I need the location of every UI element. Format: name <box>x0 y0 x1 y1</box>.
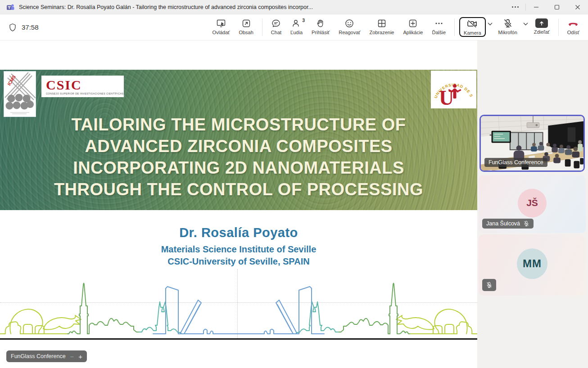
share-tray-icon <box>535 18 548 28</box>
slide-title: TAILORING THE MICROSTRUCTURE OF ADVANCED… <box>0 114 477 200</box>
more-actions-button[interactable]: Ďalšie <box>428 17 450 36</box>
chevron-down-icon <box>523 22 528 26</box>
people-count: 3 <box>302 18 305 23</box>
icms-logo: ICMS <box>4 71 36 117</box>
shared-screen-zoom-pill: FunGlass Conference − + <box>6 350 87 362</box>
us-logo-letter: U <box>439 86 454 108</box>
divider <box>262 19 262 36</box>
affiliation-line-1: Materials Science Institute of Seville <box>0 244 477 255</box>
chat-button[interactable]: Chat <box>267 17 285 36</box>
avatar: MM <box>517 248 547 279</box>
camera-button[interactable]: Kamera <box>459 17 486 37</box>
apps-plus-icon <box>408 18 418 28</box>
participant-name: Jana Šulcová <box>486 220 520 227</box>
people-button[interactable]: 3 Ľudia <box>286 17 307 36</box>
button-label: Zdieľať <box>534 29 550 35</box>
participant-initials: JŠ <box>526 197 538 208</box>
close-icon <box>575 4 580 10</box>
participant-initials: MM <box>523 257 542 270</box>
raise-hand-button[interactable]: Prihlásiť <box>308 17 334 36</box>
titlebar-more-button[interactable] <box>505 0 525 14</box>
button-label: Ľudia <box>290 30 303 35</box>
button-label: Obsah <box>239 30 253 35</box>
divider <box>454 19 455 36</box>
icms-logo-text: ICMS <box>6 74 17 86</box>
participant-name: FunGlass Conference <box>488 159 543 166</box>
slide-title-line: ADVANCED ZIRCONIA COMPOSITES <box>0 135 477 157</box>
share-button[interactable]: Zdieľať <box>530 17 554 36</box>
minimize-button[interactable] <box>526 0 547 14</box>
mic-muted-icon <box>523 220 529 227</box>
camera-options-button[interactable] <box>488 17 493 26</box>
csic-logo-text: CSIC <box>46 78 124 92</box>
raise-hand-icon <box>316 18 326 28</box>
participant-tile-mm[interactable]: MM <box>479 234 586 296</box>
divider <box>558 19 559 36</box>
shared-slide: ICMS <box>0 70 477 340</box>
content-button[interactable]: Obsah <box>235 17 257 36</box>
window-title: Science Seminars: Dr. Rosalía Poyato Gal… <box>19 4 313 10</box>
leave-call-icon <box>567 18 579 28</box>
meeting-timer: 37:58 <box>22 23 39 31</box>
slide-title-line: THROUGH THE CONTROL OF PROCESSING <box>0 179 477 200</box>
title-bar: Science Seminars: Dr. Rosalía Poyato Gal… <box>0 0 588 14</box>
screen-control-icon <box>216 18 226 28</box>
microphone-button[interactable]: Mikrofón <box>494 17 521 36</box>
button-label: Zobrazenie <box>369 30 394 35</box>
button-label: Mikrofón <box>498 30 517 35</box>
button-label: Ďalšie <box>432 30 446 35</box>
mic-off-icon <box>503 18 513 28</box>
button-label: Prihlásiť <box>312 30 330 35</box>
video-tile-name-badge: FunGlass Conference <box>484 158 547 167</box>
button-label: Odísť <box>567 30 579 35</box>
csic-logo-subtitle: CONSEJO SUPERIOR DE INVESTIGACIONES CIEN… <box>46 92 124 95</box>
minimize-icon <box>534 4 539 10</box>
participants-sidebar: FunGlass Conference JŠ Jana Šulcová <box>477 40 588 368</box>
participant-tile-jana-sulcova[interactable]: JŠ Jana Šulcová <box>479 175 586 233</box>
zoom-in-button[interactable]: + <box>78 353 82 360</box>
apps-button[interactable]: Aplikácie <box>399 17 427 36</box>
close-button[interactable] <box>567 0 588 14</box>
button-label: Reagovať <box>339 30 360 35</box>
more-dots-icon <box>434 18 444 28</box>
button-label: Aplikácie <box>403 30 423 35</box>
chevron-down-icon <box>488 22 493 26</box>
teams-icon <box>6 3 14 11</box>
slide-title-line: INCORPORATING 2D NANOMATERIALS <box>0 157 477 179</box>
meeting-toolbar: 37:58 Ovládať Obsah <box>0 14 588 40</box>
share-content-icon <box>241 18 251 28</box>
shared-screen-label: FunGlass Conference <box>11 353 66 359</box>
author-name: Dr. Rosalía Poyato <box>0 225 477 240</box>
slide-header-texture: ICMS <box>0 70 477 210</box>
maximize-icon <box>554 4 560 10</box>
camera-off-icon <box>467 19 478 29</box>
participant-name-badge: Jana Šulcová <box>482 219 534 229</box>
meeting-stage: ICMS <box>0 40 588 368</box>
take-control-button[interactable]: Ovládať <box>208 17 234 36</box>
microphone-options-button[interactable] <box>523 17 528 26</box>
avatar: JŠ <box>518 188 547 217</box>
maximize-button[interactable] <box>547 0 567 14</box>
react-button[interactable]: Reagovať <box>335 17 364 36</box>
people-icon <box>292 18 302 28</box>
button-label: Chat <box>271 30 281 35</box>
participant-mute-badge <box>482 279 496 291</box>
universidad-sevilla-logo: UNIVERSIDAD DE SEVILLA U <box>431 71 476 108</box>
view-button[interactable]: Zobrazenie <box>365 17 398 36</box>
more-icon <box>512 6 519 8</box>
zoom-out-button[interactable]: − <box>70 353 74 360</box>
slide-title-line: TAILORING THE MICROSTRUCTURE OF <box>0 114 477 135</box>
shield-icon <box>8 23 17 32</box>
button-label: Ovládať <box>212 30 230 35</box>
button-label: Kamera <box>464 30 481 36</box>
csic-logo: CSIC CONSEJO SUPERIOR DE INVESTIGACIONES… <box>41 76 124 97</box>
slide-author-block: Dr. Rosalía Poyato Materials Science Ins… <box>0 225 477 267</box>
seville-skyline-drawing <box>0 275 477 338</box>
affiliation-line-2: CSIC-University of Seville, SPAIN <box>0 256 477 267</box>
video-tile-funglass-conference[interactable]: FunGlass Conference <box>479 115 585 172</box>
mic-muted-icon <box>486 282 493 288</box>
teams-meeting-window: Science Seminars: Dr. Rosalía Poyato Gal… <box>0 0 588 368</box>
leave-button[interactable]: Odísť <box>563 17 583 36</box>
view-grid-icon <box>377 18 387 28</box>
react-smiley-icon <box>344 18 354 28</box>
